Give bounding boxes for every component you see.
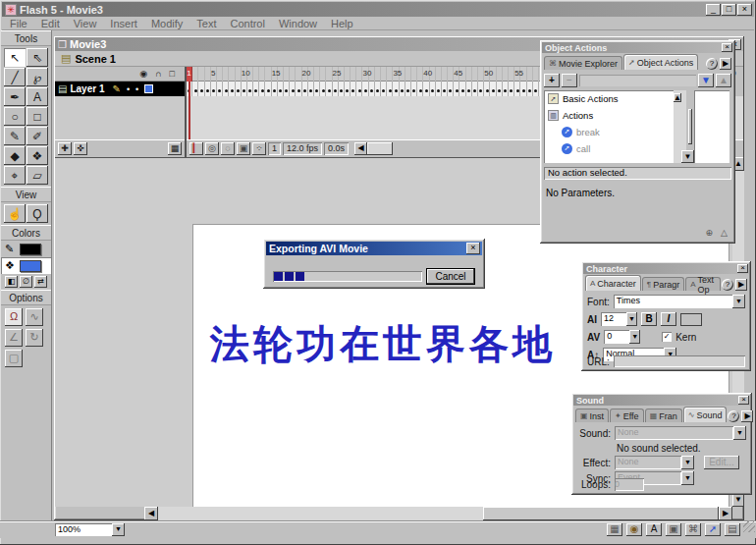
movie-explorer-launcher-icon[interactable]: ⌘ (685, 523, 701, 536)
kern-checkbox[interactable]: ✓ (662, 332, 672, 342)
resize-grip[interactable] (743, 520, 755, 532)
minimize-button[interactable]: _ (706, 4, 721, 16)
character-help-button[interactable]: ? (722, 279, 733, 291)
paint-bucket-tool[interactable]: ❖ (27, 146, 48, 165)
pen-tool[interactable]: ✒ (4, 87, 26, 106)
move-action-down-button[interactable]: ▼ (698, 74, 714, 87)
tab-object-actions[interactable]: ➚ Object Actions (623, 54, 698, 70)
panel-resize-icon[interactable]: △ (721, 228, 728, 238)
move-action-up-button[interactable]: ▲ (716, 74, 731, 87)
edit-sound-button[interactable]: Edit... (704, 456, 739, 469)
insert-target-path-icon[interactable]: ⊕ (706, 228, 714, 238)
hscroll-right-arrow[interactable]: ▶ (719, 507, 732, 520)
timeline-scroll-thumb[interactable] (367, 142, 393, 155)
url-field[interactable] (614, 355, 745, 367)
tab-sound[interactable]: ∿ Sound (683, 407, 728, 422)
stage-text[interactable]: 法轮功在世界各地 (210, 317, 556, 371)
cancel-button[interactable]: Cancel (426, 268, 475, 285)
library-launcher-icon[interactable]: ▤ (725, 523, 740, 536)
tab-frame[interactable]: ▦ Fran (645, 409, 682, 422)
panel-help-button[interactable]: ? (706, 58, 718, 70)
ink-bottle-tool[interactable]: ◆ (4, 146, 26, 165)
hand-tool[interactable]: ☝ (4, 204, 26, 223)
sound-close-button[interactable]: × (738, 396, 749, 405)
menu-view[interactable]: View (74, 18, 97, 29)
actions-launcher-icon[interactable]: ➚ (705, 523, 721, 536)
scale-button[interactable]: ▢ (5, 350, 23, 367)
layer-row[interactable]: ▤ Layer 1 ✎ • • (55, 82, 185, 96)
hscroll-left-arrow[interactable]: ◀ (144, 507, 158, 520)
oval-tool[interactable]: ○ (4, 107, 26, 126)
smooth-button[interactable]: ∿ (26, 308, 43, 326)
object-actions-close-button[interactable]: × (722, 43, 732, 52)
mixer-launcher-icon[interactable]: ◉ (626, 523, 642, 536)
tracking-arrow[interactable]: ▼ (629, 330, 640, 344)
action-item-break[interactable]: ➚break (544, 124, 674, 140)
tracking-stepper[interactable]: 0 ▼ (604, 330, 640, 344)
sound-menu-button[interactable]: ▶ (741, 410, 753, 422)
sound-help-button[interactable]: ? (728, 410, 739, 422)
zoom-dropdown-arrow[interactable]: ▼ (112, 523, 125, 536)
actions-pane-divider[interactable] (688, 109, 692, 144)
object-actions-panel-titlebar[interactable]: Object Actions × (542, 42, 733, 53)
rotate-button[interactable]: ↻ (26, 329, 43, 347)
action-item-actions[interactable]: ▥Actions (544, 107, 674, 124)
character-panel-titlebar[interactable]: Character × (583, 263, 749, 274)
pencil-tool[interactable]: ✎ (4, 127, 26, 145)
scene-label[interactable]: Scene 1 (75, 53, 116, 65)
italic-button[interactable]: I (661, 312, 676, 326)
close-button[interactable]: × (737, 4, 752, 16)
line-tool[interactable]: ╱ (4, 68, 26, 86)
onion-skin-button[interactable]: ◎ (205, 142, 219, 155)
effect-combo[interactable]: None ▼ (615, 456, 694, 469)
eraser-tool[interactable]: ▱ (27, 166, 48, 185)
zoom-tool[interactable]: Ϙ (27, 204, 48, 223)
hscroll-track[interactable] (158, 507, 719, 520)
layer-outline-color-square[interactable] (144, 84, 153, 93)
vscroll-down-arrow[interactable]: ▼ (732, 493, 744, 507)
loops-value[interactable]: 0 (615, 478, 644, 491)
zoom-value[interactable]: 100% (55, 523, 112, 536)
subselect-tool[interactable]: ⇖ (27, 48, 48, 67)
tab-instance[interactable]: ▣ Inst (575, 409, 609, 422)
dialog-titlebar[interactable]: Exporting AVI Movie × (266, 242, 482, 255)
instance-launcher-icon[interactable]: ▣ (666, 523, 681, 536)
character-menu-button[interactable]: ▶ (735, 279, 747, 291)
menu-modify[interactable]: Modify (151, 18, 183, 29)
show-hide-layers-icon[interactable]: ◉ (139, 69, 147, 79)
bold-button[interactable]: B (641, 312, 657, 326)
hscroll-thumb[interactable] (483, 507, 719, 520)
character-launcher-icon[interactable]: A (646, 523, 662, 536)
info-launcher-icon[interactable]: ▦ (607, 523, 622, 536)
menu-window[interactable]: Window (279, 18, 317, 29)
default-colors-button[interactable]: ◧ (5, 276, 18, 288)
menu-control[interactable]: Control (230, 18, 264, 29)
add-action-button[interactable]: + (544, 74, 560, 87)
add-guide-layer-button[interactable]: ✜ (74, 142, 87, 155)
outline-layers-icon[interactable]: □ (170, 69, 175, 79)
fill-color-swatch[interactable] (20, 260, 41, 272)
swap-colors-button[interactable]: ⇄ (34, 276, 47, 288)
font-combo[interactable]: Times ▼ (614, 295, 745, 308)
delete-layer-button[interactable]: ▦ (168, 142, 182, 155)
rectangle-tool[interactable]: □ (27, 107, 48, 126)
lasso-tool[interactable]: ℘ (27, 68, 48, 86)
dialog-close-button[interactable]: × (466, 243, 480, 254)
tracking-value[interactable]: 0 (604, 330, 629, 344)
character-close-button[interactable]: × (737, 264, 748, 273)
font-size-stepper[interactable]: 12 ▼ (601, 312, 637, 326)
stroke-color-swatch[interactable] (20, 244, 41, 255)
remove-action-button[interactable]: − (562, 74, 577, 87)
layer-lock-dot[interactable]: • (135, 84, 138, 94)
effect-dropdown-arrow[interactable]: ▼ (681, 456, 694, 469)
font-dropdown-arrow[interactable]: ▼ (732, 295, 745, 308)
action-script-pane[interactable] (694, 90, 729, 163)
tab-effect[interactable]: ✦ Effe (610, 409, 644, 422)
sound-panel-titlebar[interactable]: Sound × (573, 395, 750, 406)
menu-file[interactable]: File (10, 18, 27, 29)
stroke-color-control[interactable]: ✎ (1, 241, 51, 257)
font-value[interactable]: Times (614, 295, 732, 308)
menu-insert[interactable]: Insert (110, 18, 137, 29)
sync-dropdown-arrow[interactable]: ▼ (681, 471, 694, 485)
sound-dropdown-arrow[interactable]: ▼ (733, 426, 746, 440)
